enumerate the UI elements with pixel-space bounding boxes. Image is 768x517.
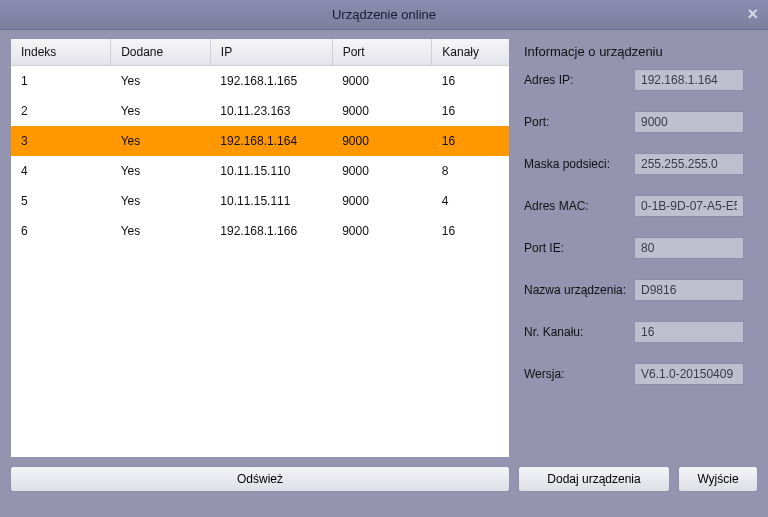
- cell-added: Yes: [111, 156, 211, 186]
- table-row[interactable]: 3Yes192.168.1.164900016: [11, 126, 510, 156]
- input-ip[interactable]: [634, 69, 744, 91]
- cell-port: 9000: [332, 186, 432, 216]
- input-name[interactable]: [634, 279, 744, 301]
- content: Indeks Dodane IP Port Kanały 1Yes192.168…: [0, 30, 768, 460]
- table-header-row: Indeks Dodane IP Port Kanały: [11, 39, 510, 66]
- table-row[interactable]: 4Yes10.11.15.11090008: [11, 156, 510, 186]
- cell-channels: 16: [432, 96, 510, 126]
- cell-ip: 192.168.1.164: [210, 126, 332, 156]
- cell-port: 9000: [332, 216, 432, 246]
- cell-ip: 10.11.23.163: [210, 96, 332, 126]
- window-title: Urządzenie online: [332, 7, 436, 22]
- input-port[interactable]: [634, 111, 744, 133]
- cell-ip: 192.168.1.165: [210, 66, 332, 97]
- table-row[interactable]: 5Yes10.11.15.11190004: [11, 186, 510, 216]
- footer: Odśwież Dodaj urządzenia Wyjście: [0, 460, 768, 492]
- label-mac: Adres MAC:: [524, 199, 634, 213]
- cell-channels: 16: [432, 126, 510, 156]
- cell-channels: 4: [432, 186, 510, 216]
- cell-index: 1: [11, 66, 111, 97]
- cell-added: Yes: [111, 66, 211, 97]
- cell-added: Yes: [111, 96, 211, 126]
- table-row[interactable]: 6Yes192.168.1.166900016: [11, 216, 510, 246]
- label-chan: Nr. Kanału:: [524, 325, 634, 339]
- cell-port: 9000: [332, 126, 432, 156]
- info-heading: Informacje o urządzeniu: [524, 44, 758, 59]
- input-mask[interactable]: [634, 153, 744, 175]
- cell-channels: 8: [432, 156, 510, 186]
- field-ver: Wersja:: [524, 363, 758, 385]
- cell-port: 9000: [332, 156, 432, 186]
- input-chan[interactable]: [634, 321, 744, 343]
- cell-index: 2: [11, 96, 111, 126]
- input-mac[interactable]: [634, 195, 744, 217]
- field-portie: Port IE:: [524, 237, 758, 259]
- col-port[interactable]: Port: [332, 39, 432, 66]
- col-ip[interactable]: IP: [210, 39, 332, 66]
- device-info-panel: Informacje o urządzeniu Adres IP: Port: …: [510, 38, 758, 456]
- cell-index: 3: [11, 126, 111, 156]
- label-portie: Port IE:: [524, 241, 634, 255]
- add-device-button[interactable]: Dodaj urządzenia: [518, 466, 670, 492]
- cell-index: 4: [11, 156, 111, 186]
- device-table[interactable]: Indeks Dodane IP Port Kanały 1Yes192.168…: [10, 38, 510, 458]
- cell-channels: 16: [432, 216, 510, 246]
- refresh-button[interactable]: Odśwież: [10, 466, 510, 492]
- cell-port: 9000: [332, 66, 432, 97]
- cell-ip: 192.168.1.166: [210, 216, 332, 246]
- col-channels[interactable]: Kanały: [432, 39, 510, 66]
- field-name: Nazwa urządzenia:: [524, 279, 758, 301]
- field-mask: Maska podsieci:: [524, 153, 758, 175]
- field-ip: Adres IP:: [524, 69, 758, 91]
- cell-port: 9000: [332, 96, 432, 126]
- cell-added: Yes: [111, 186, 211, 216]
- label-port: Port:: [524, 115, 634, 129]
- label-ip: Adres IP:: [524, 73, 634, 87]
- close-icon[interactable]: ×: [747, 4, 758, 25]
- cell-added: Yes: [111, 216, 211, 246]
- cell-ip: 10.11.15.110: [210, 156, 332, 186]
- cell-index: 6: [11, 216, 111, 246]
- input-ver[interactable]: [634, 363, 744, 385]
- cell-index: 5: [11, 186, 111, 216]
- titlebar: Urządzenie online ×: [0, 0, 768, 30]
- field-mac: Adres MAC:: [524, 195, 758, 217]
- exit-button[interactable]: Wyjście: [678, 466, 758, 492]
- input-portie[interactable]: [634, 237, 744, 259]
- field-port: Port:: [524, 111, 758, 133]
- label-ver: Wersja:: [524, 367, 634, 381]
- field-chan: Nr. Kanału:: [524, 321, 758, 343]
- label-name: Nazwa urządzenia:: [524, 283, 634, 297]
- col-index[interactable]: Indeks: [11, 39, 111, 66]
- col-added[interactable]: Dodane: [111, 39, 211, 66]
- label-mask: Maska podsieci:: [524, 157, 634, 171]
- cell-channels: 16: [432, 66, 510, 97]
- table-row[interactable]: 2Yes10.11.23.163900016: [11, 96, 510, 126]
- cell-added: Yes: [111, 126, 211, 156]
- cell-ip: 10.11.15.111: [210, 186, 332, 216]
- table-row[interactable]: 1Yes192.168.1.165900016: [11, 66, 510, 97]
